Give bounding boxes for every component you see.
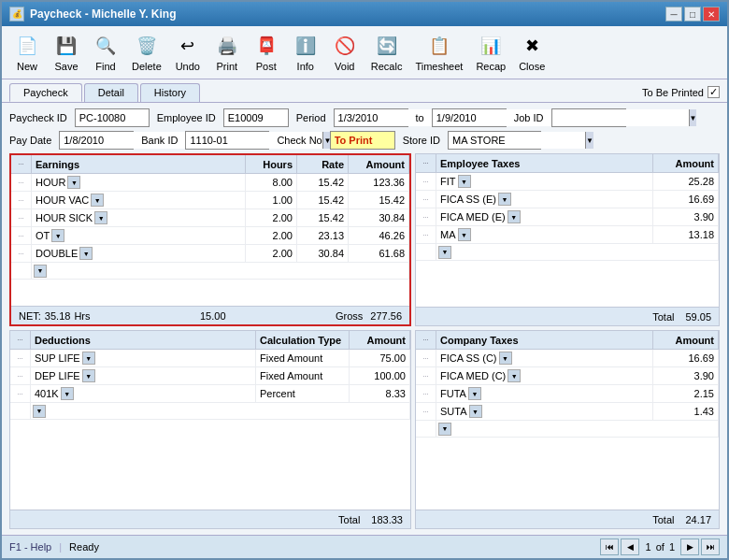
tab-detail[interactable]: Detail: [84, 83, 138, 102]
emp-taxes-title: Employee Taxes: [436, 154, 653, 172]
deductions-calc-3: Percent: [256, 385, 350, 402]
earnings-hours-4: 2.00: [246, 227, 297, 244]
undo-button[interactable]: ↩ Undo: [170, 30, 206, 75]
tabs-bar: Paycheck Detail History To Be Printed ✓: [2, 79, 727, 102]
deductions-empty-dd[interactable]: ▼: [33, 405, 46, 418]
earnings-row-grip-4[interactable]: ···: [11, 227, 32, 244]
deductions-dd-3[interactable]: ▼: [61, 387, 74, 400]
deductions-amount-3: 8.33: [350, 385, 410, 402]
emp-taxes-grip[interactable]: ···: [416, 154, 436, 172]
paycheck-id-input[interactable]: [75, 108, 150, 127]
job-id-arrow[interactable]: ▼: [689, 109, 697, 126]
post-button[interactable]: 📮 Post: [249, 30, 284, 75]
recap-button[interactable]: 📊 Recap: [471, 30, 510, 75]
comp-tax-empty-dd[interactable]: ▼: [438, 423, 451, 436]
earnings-rate-1: 15.42: [297, 174, 349, 191]
emp-tax-dd-3[interactable]: ▼: [507, 210, 521, 223]
earnings-row-grip-5[interactable]: ···: [11, 245, 32, 262]
recalc-button[interactable]: 🔄 Recalc: [366, 30, 407, 75]
maximize-button[interactable]: □: [684, 7, 701, 22]
first-page-button[interactable]: ⏮: [600, 538, 619, 555]
next-page-button[interactable]: ▶: [680, 538, 699, 555]
main-content: Paycheck ID Employee ID Period ▼ to ▼ Jo…: [2, 102, 727, 535]
tab-history[interactable]: History: [140, 83, 200, 102]
to-be-printed-checkbox[interactable]: ✓: [708, 86, 720, 98]
prev-page-button[interactable]: ◀: [621, 538, 639, 555]
comp-tax-grip-3[interactable]: ···: [416, 385, 436, 402]
close-button[interactable]: ✕: [703, 7, 720, 22]
earnings-row-grip-3[interactable]: ···: [11, 209, 32, 226]
last-page-button[interactable]: ⏭: [701, 538, 720, 555]
deductions-dd-1[interactable]: ▼: [82, 352, 95, 365]
earnings-empty-dd-btn[interactable]: ▼: [34, 265, 47, 278]
save-button[interactable]: 💾 Save: [49, 30, 84, 75]
timesheet-button[interactable]: 📋 Timesheet: [410, 30, 467, 75]
comp-tax-amount-4: 1.43: [653, 403, 719, 420]
deductions-row-grip-3[interactable]: ···: [10, 385, 31, 402]
void-button[interactable]: 🚫 Void: [327, 30, 363, 75]
earnings-dd-2[interactable]: ▼: [91, 194, 104, 207]
emp-tax-grip-2[interactable]: ···: [416, 191, 436, 208]
store-id-arrow[interactable]: ▼: [585, 132, 593, 149]
comp-tax-row-fica-med: ··· FICA MED (C) ▼ 3.90: [416, 367, 719, 385]
period-to-input[interactable]: [433, 109, 569, 126]
comp-taxes-grip[interactable]: ···: [416, 331, 436, 349]
emp-tax-grip-3[interactable]: ···: [416, 208, 436, 225]
deductions-row-grip-2[interactable]: ···: [10, 367, 31, 384]
employee-id-label: Employee ID: [157, 112, 216, 123]
period-to-select[interactable]: ▼: [432, 108, 507, 127]
job-id-input[interactable]: [552, 109, 689, 126]
print-button[interactable]: 🖨️ Print: [209, 30, 245, 75]
emp-tax-grip-4[interactable]: ···: [416, 226, 436, 243]
emp-tax-grip-1[interactable]: ···: [416, 173, 436, 190]
emp-tax-dd-4[interactable]: ▼: [458, 228, 471, 241]
period-from-select[interactable]: ▼: [334, 108, 408, 127]
bank-id-label: Bank ID: [141, 135, 178, 146]
find-label: Find: [95, 61, 115, 72]
earnings-grip[interactable]: ···: [11, 155, 32, 173]
earnings-empty-grip: [11, 263, 32, 279]
comp-tax-dd-2[interactable]: ▼: [507, 369, 521, 382]
comp-tax-grip-2[interactable]: ···: [416, 367, 436, 384]
deductions-amount-1: 75.00: [350, 350, 410, 366]
emp-tax-dd-2[interactable]: ▼: [498, 193, 511, 206]
delete-button[interactable]: 🗑️ Delete: [127, 30, 166, 75]
main-window: 💰 Paycheck - Michelle Y. King ─ □ ✕ 📄 Ne…: [0, 0, 729, 560]
comp-taxes-total-val: 24.17: [685, 514, 711, 525]
bottom-section: ··· Deductions Calculation Type Amount ·…: [9, 330, 720, 529]
comp-tax-name-3: FUTA ▼: [436, 385, 653, 402]
earnings-dd-3[interactable]: ▼: [94, 211, 107, 224]
earnings-dd-5[interactable]: ▼: [79, 247, 93, 260]
store-id-select[interactable]: ▼: [448, 131, 541, 150]
tab-paycheck[interactable]: Paycheck: [9, 83, 82, 102]
emp-tax-dd-1[interactable]: ▼: [458, 175, 471, 188]
comp-tax-dd-3[interactable]: ▼: [468, 387, 481, 400]
job-id-select[interactable]: ▼: [551, 108, 626, 127]
check-no-label: Check No: [277, 135, 322, 146]
deductions-row-grip-1[interactable]: ···: [10, 350, 31, 366]
deductions-dd-2[interactable]: ▼: [82, 369, 95, 382]
pay-date-select[interactable]: ▼: [59, 131, 134, 150]
new-button[interactable]: 📄 New: [9, 30, 45, 75]
comp-tax-dd-1[interactable]: ▼: [499, 352, 512, 365]
store-id-input[interactable]: [449, 132, 585, 149]
emp-tax-empty-dd[interactable]: ▼: [438, 246, 451, 259]
comp-tax-dd-4[interactable]: ▼: [469, 405, 482, 418]
comp-tax-grip-4[interactable]: ···: [416, 403, 436, 420]
earnings-dd-1[interactable]: ▼: [67, 176, 80, 189]
earnings-row-grip-1[interactable]: ···: [11, 174, 32, 191]
comp-tax-grip-1[interactable]: ···: [416, 350, 436, 366]
earnings-row-grip-2[interactable]: ···: [11, 192, 32, 208]
bank-id-select[interactable]: ▼: [185, 131, 269, 150]
minimize-button[interactable]: ─: [665, 7, 682, 22]
earnings-dd-4[interactable]: ▼: [51, 229, 64, 242]
to-be-printed-area: To Be Printed ✓: [642, 86, 720, 102]
toolbar-close-button[interactable]: ✖ Close: [514, 30, 550, 75]
find-button[interactable]: 🔍 Find: [88, 30, 123, 75]
deductions-grip[interactable]: ···: [10, 331, 31, 349]
earnings-row-hour-sick: ··· HOUR SICK ▼ 2.00 15.42 30.84: [11, 209, 409, 227]
info-button[interactable]: ℹ️ Info: [288, 30, 323, 75]
employee-id-input[interactable]: [223, 108, 289, 127]
check-no-input[interactable]: [330, 131, 395, 150]
deductions-title: Deductions: [31, 331, 256, 349]
